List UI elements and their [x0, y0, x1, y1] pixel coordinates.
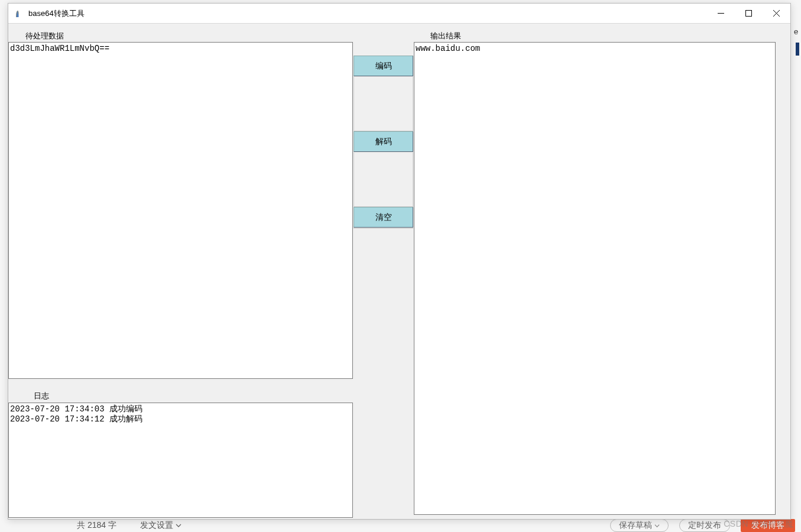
- log-textarea[interactable]: [8, 403, 353, 518]
- button-column: 编码 解码 清空: [354, 56, 413, 229]
- decode-button[interactable]: 解码: [354, 131, 413, 152]
- bg-word-count: 共 2184 字: [77, 520, 116, 531]
- bg-right-bar: [796, 43, 799, 56]
- minimize-icon: [718, 10, 724, 17]
- spacer: [354, 152, 413, 207]
- output-label: 输出结果: [430, 31, 461, 41]
- app-icon: [14, 9, 24, 18]
- app-window: base64转换工具 待处理数据 输出结果 日志 编码 解码 清空: [8, 3, 791, 520]
- bg-save-draft-button[interactable]: 保存草稿: [610, 519, 669, 532]
- bg-right-text: e: [794, 27, 801, 42]
- minimize-button[interactable]: [707, 4, 735, 23]
- maximize-button[interactable]: [735, 4, 763, 23]
- input-textarea[interactable]: [8, 42, 353, 379]
- maximize-icon: [745, 10, 752, 17]
- svg-rect-1: [746, 11, 752, 17]
- bg-schedule-button[interactable]: 定时发布: [679, 519, 730, 532]
- chevron-down-icon: [176, 523, 181, 528]
- watermark: CSDN @编程狂魔: [724, 519, 794, 530]
- spacer: [354, 76, 413, 131]
- window-title: base64转换工具: [28, 8, 85, 19]
- chevron-down-icon: [654, 523, 660, 528]
- log-label: 日志: [34, 391, 49, 401]
- bg-settings-label: 发文设置: [140, 520, 173, 531]
- bg-bottom-bar: 共 2184 字 发文设置 保存草稿 定时发布 发布博客: [0, 519, 801, 532]
- output-textarea[interactable]: [414, 42, 776, 515]
- titlebar[interactable]: base64转换工具: [8, 4, 790, 24]
- spacer: [354, 228, 413, 229]
- bg-save-draft-label: 保存草稿: [619, 520, 652, 531]
- close-button[interactable]: [763, 4, 790, 23]
- bg-left-text: [0, 27, 7, 92]
- clear-button[interactable]: 清空: [354, 207, 413, 228]
- encode-button[interactable]: 编码: [354, 56, 413, 76]
- close-icon: [773, 10, 780, 17]
- input-label: 待处理数据: [25, 31, 64, 41]
- bg-settings-dropdown[interactable]: 发文设置: [140, 520, 181, 531]
- client-area: 待处理数据 输出结果 日志 编码 解码 清空: [8, 24, 790, 519]
- bg-schedule-label: 定时发布: [688, 520, 721, 531]
